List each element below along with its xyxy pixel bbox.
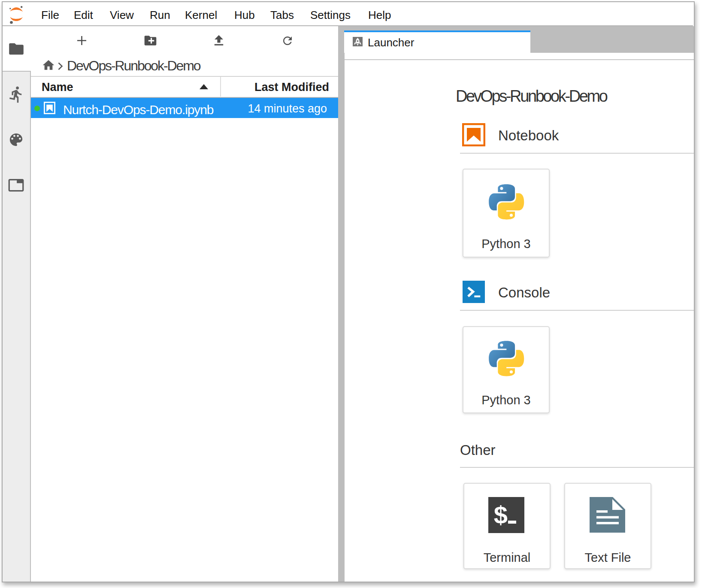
svg-text:$: $ [494, 501, 508, 529]
